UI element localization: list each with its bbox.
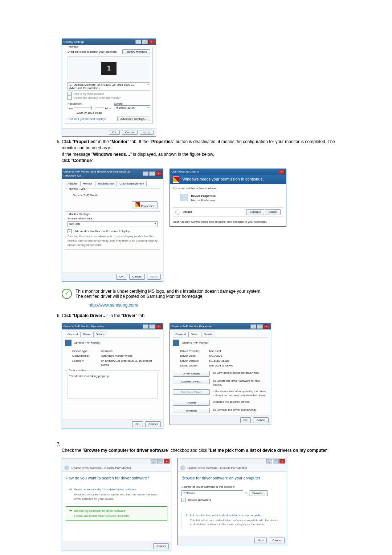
window-controls[interactable]: × bbox=[279, 170, 285, 174]
close-icon[interactable]: × bbox=[164, 459, 170, 463]
window-controls[interactable]: _ ☐ × bbox=[135, 40, 154, 44]
advanced-settings-button[interactable]: Advanced Settings... bbox=[117, 117, 150, 121]
colors-select[interactable]: Highest (32 bit) bbox=[114, 105, 150, 110]
tab-driver[interactable]: Driver bbox=[80, 332, 93, 337]
minimize-icon[interactable]: _ bbox=[266, 459, 272, 463]
wizard-heading: Browse for driver software on your compu… bbox=[181, 475, 283, 481]
ok-button[interactable]: OK bbox=[132, 421, 143, 427]
certification-note: ✓ This monitor driver is under certifyin… bbox=[62, 289, 341, 308]
cancel-button[interactable]: Cancel bbox=[153, 543, 169, 549]
refresh-rate-select[interactable]: 60 Hertz bbox=[68, 221, 158, 227]
tab-monitor[interactable]: Monitor bbox=[80, 181, 95, 186]
back-icon[interactable]: ← bbox=[180, 465, 185, 470]
hide-modes-checkbox[interactable]: ✓ bbox=[68, 229, 72, 233]
samsung-homepage-link[interactable]: http://www.samsung.com/ bbox=[89, 303, 138, 308]
refresh-rate-label: Screen refresh rate: bbox=[68, 216, 158, 221]
ok-button[interactable]: OK bbox=[116, 274, 127, 280]
window-controls[interactable]: _ ☐ × bbox=[151, 459, 170, 463]
ok-button[interactable]: OK bbox=[109, 130, 120, 135]
minimize-icon[interactable]: _ bbox=[151, 459, 156, 463]
close-icon[interactable]: × bbox=[264, 324, 269, 329]
window-titlebar: Display Settings _ ☐ × bbox=[62, 39, 156, 45]
close-icon[interactable]: × bbox=[156, 171, 162, 176]
main-monitor-checkbox[interactable]: ✓ bbox=[68, 92, 72, 96]
close-icon[interactable]: × bbox=[148, 40, 154, 44]
resolution-slider[interactable] bbox=[74, 107, 104, 108]
pnp-general-window: Generic PnP Monitor Properties _ ☐ × Gen… bbox=[62, 323, 163, 429]
window-controls[interactable]: _ ☐ × bbox=[143, 171, 162, 176]
drag-instruction: Drag the icons to match your monitors. bbox=[68, 50, 117, 53]
best-display-help-link[interactable]: How do I get the best display? bbox=[68, 117, 106, 121]
driver-details-button[interactable]: Driver Details bbox=[173, 371, 210, 377]
maximize-icon[interactable]: ☐ bbox=[157, 459, 163, 463]
properties-button[interactable]: Properties bbox=[132, 201, 158, 209]
identify-monitors-button[interactable]: Identify Monitors bbox=[122, 49, 150, 54]
back-icon[interactable]: ← bbox=[64, 465, 69, 470]
minimize-icon[interactable]: _ bbox=[135, 40, 141, 44]
cancel-button[interactable]: Cancel bbox=[265, 209, 281, 215]
apply-button[interactable]: Apply bbox=[147, 274, 161, 280]
chevron-down-icon[interactable] bbox=[175, 210, 180, 215]
cancel-button[interactable]: Cancel bbox=[145, 421, 161, 427]
tab-details[interactable]: Details bbox=[93, 332, 107, 337]
minimize-icon[interactable]: _ bbox=[143, 171, 148, 176]
colors-label: Colors: bbox=[114, 102, 150, 105]
minimize-icon[interactable]: _ bbox=[250, 324, 256, 329]
path-input[interactable]: D:\Driver bbox=[181, 490, 243, 496]
maximize-icon[interactable]: ☐ bbox=[257, 324, 263, 329]
maximize-icon[interactable]: ☐ bbox=[142, 40, 148, 44]
check-icon: ✓ bbox=[62, 289, 72, 299]
window-title: User Account Control bbox=[171, 170, 199, 174]
slider-high-label: High bbox=[105, 107, 111, 110]
wizard-question: How do you want to search for driver sof… bbox=[66, 475, 167, 481]
minimize-icon[interactable]: _ bbox=[143, 324, 148, 329]
window-controls[interactable]: _ ☐ × bbox=[250, 324, 269, 329]
uac-banner-text: Windows needs your permission to contion… bbox=[182, 177, 264, 182]
extend-desktop-checkbox[interactable] bbox=[68, 96, 72, 100]
tab-troubleshoot[interactable]: Troubleshoot bbox=[95, 181, 117, 186]
option-search-auto[interactable]: ➔ Search automatically for updated drive… bbox=[66, 485, 167, 503]
option-let-me-pick[interactable]: ➔ Let me pick from a list of device driv… bbox=[181, 511, 283, 529]
window-controls[interactable]: _ ☐ × bbox=[266, 459, 285, 463]
rollback-driver-button[interactable]: Roll Back Driver bbox=[173, 389, 210, 395]
include-subfolders-label: Include subfolders bbox=[188, 498, 211, 502]
uac-window: User Account Control × Windows needs you… bbox=[170, 169, 286, 227]
close-icon[interactable]: × bbox=[279, 459, 285, 463]
include-subfolders-checkbox[interactable]: ✓ bbox=[181, 498, 185, 502]
tab-driver[interactable]: Driver bbox=[188, 332, 201, 337]
note-line2: The certified driver will be posted on S… bbox=[75, 294, 262, 299]
maximize-icon[interactable]: ☐ bbox=[149, 171, 155, 176]
monitor-icon bbox=[65, 340, 72, 346]
apply-button[interactable]: Apply bbox=[140, 130, 154, 135]
details-expand[interactable]: Details bbox=[183, 210, 192, 214]
browse-button[interactable]: Browse... bbox=[249, 490, 268, 496]
tab-color-management[interactable]: Color Management bbox=[117, 181, 147, 186]
tab-general[interactable]: General bbox=[65, 332, 80, 337]
tab-details[interactable]: Details bbox=[201, 332, 215, 337]
continue-button[interactable]: Continue bbox=[246, 209, 264, 215]
ok-button[interactable]: OK bbox=[240, 417, 251, 423]
uninstall-button[interactable]: Uninstall bbox=[173, 408, 210, 414]
tab-general[interactable]: General bbox=[173, 332, 188, 337]
close-icon[interactable]: × bbox=[279, 170, 285, 174]
next-button[interactable]: Next bbox=[254, 538, 267, 543]
cancel-button[interactable]: Cancel bbox=[253, 417, 269, 423]
monitor-thumbnail[interactable]: 1 bbox=[101, 62, 117, 75]
update-driver-button[interactable]: Update Driver... bbox=[173, 379, 210, 385]
cancel-button[interactable]: Cancel bbox=[122, 130, 138, 135]
option-browse-computer[interactable]: ➔ Browse my computer for driver software… bbox=[66, 506, 167, 520]
window-controls[interactable]: _ ☐ × bbox=[143, 324, 162, 329]
maximize-icon[interactable]: ☐ bbox=[149, 324, 155, 329]
close-icon[interactable]: × bbox=[156, 324, 162, 329]
window-title: Generic PnP Monitor and NVIDIA GeForce 6… bbox=[64, 170, 143, 178]
display-select[interactable]: 1. (Multiple Monitors) on NVIDIA GeForce… bbox=[68, 82, 150, 90]
tab-adapter[interactable]: Adapter bbox=[65, 181, 80, 186]
cancel-button[interactable]: Cancel bbox=[129, 274, 145, 280]
maximize-icon[interactable]: ☐ bbox=[273, 459, 279, 463]
digital-signer-value: microsoft windows bbox=[209, 364, 233, 368]
note-line1: This monitor driver is under certifying … bbox=[75, 289, 262, 294]
cancel-button[interactable]: Cancel bbox=[269, 538, 285, 543]
disable-button[interactable]: Disable bbox=[173, 400, 210, 406]
device-header: Generic PnP Monitor bbox=[181, 341, 208, 345]
hide-modes-desc: Clearing this check box allows you to se… bbox=[68, 234, 158, 247]
